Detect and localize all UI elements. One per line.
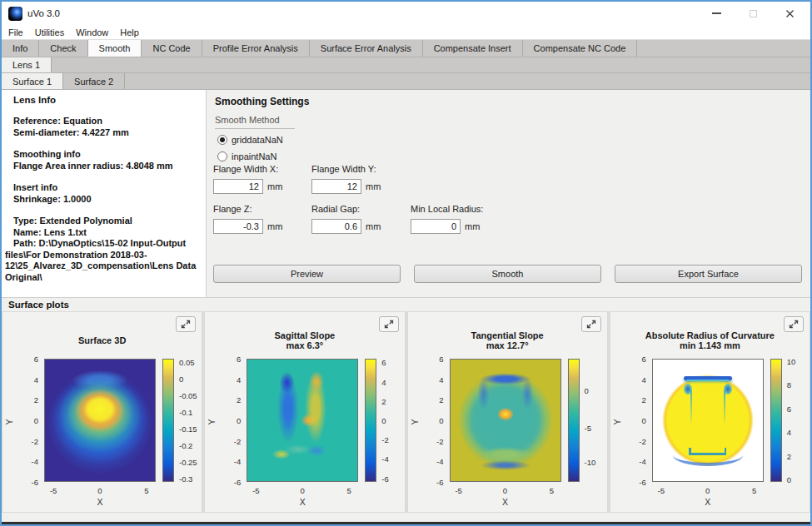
tick-label: 4: [641, 375, 645, 384]
smoothing-settings-panel: Smoothing Settings Smooth Method griddat…: [207, 90, 810, 297]
tab-info[interactable]: Info: [2, 40, 39, 57]
radio-inpaintnan[interactable]: inpaintNaN: [217, 151, 276, 161]
preview-button[interactable]: Preview: [213, 265, 401, 283]
min-local-radius-label: Min Local Radius:: [411, 204, 483, 214]
plot-title-block: Absolute Radius of Curvature min 1.143 m…: [610, 325, 810, 355]
tab-surface-error-analysis[interactable]: Surface Error Analysis: [310, 40, 423, 57]
x-axis-label: X: [44, 497, 156, 507]
x-axis-label: X: [247, 497, 358, 507]
tab-lens-1[interactable]: Lens 1: [2, 57, 52, 72]
smooth-button[interactable]: Smooth: [414, 265, 601, 283]
tick-label: 0: [97, 486, 102, 495]
tick-label: -6: [381, 474, 388, 483]
tick-label: 4: [787, 428, 791, 437]
expand-button[interactable]: [784, 316, 804, 332]
tick-label: -0.3: [179, 474, 192, 483]
expand-icon: [384, 320, 394, 329]
tick-label: 2: [641, 395, 645, 404]
tick-label: 6: [439, 355, 443, 364]
plot-title: Sagittal Slope: [275, 330, 336, 340]
lens-info-line: Type: Extended Polynomial: [5, 216, 201, 227]
radial-gap-input[interactable]: [311, 219, 361, 234]
plot-panel-sagittal-slope: Sagittal Slope max 6.3° Y 6420-2-4-6 -50…: [204, 311, 405, 513]
tab-nc-code[interactable]: NC Code: [142, 40, 202, 57]
plot-subtitle: min 1.143 mm: [680, 340, 740, 350]
tick-label: 8: [787, 380, 791, 390]
tab-compensate-insert[interactable]: Compensate Insert: [423, 40, 523, 57]
expand-button[interactable]: [379, 316, 399, 332]
tick-label: -4: [234, 457, 241, 466]
tick-label: -0.1: [179, 408, 192, 417]
action-buttons: Preview Smooth Export Surface: [213, 265, 802, 283]
lens-info-line: Path: D:\DynaOptics\15-02 Input-Output f…: [5, 238, 201, 283]
curvature-feature: [673, 444, 743, 466]
lens-info-line: Flange Area inner radius: 4.8048 mm: [5, 161, 201, 172]
tick-label: 6: [787, 404, 791, 413]
expand-button[interactable]: [581, 316, 601, 332]
plot-subtitle: max 6.3°: [286, 340, 323, 350]
plot-panel-surface-3d: Surface 3D Y 6420-2-4-6 -505 X 0.050-0.0…: [2, 311, 202, 513]
curvature-feature: [724, 390, 725, 423]
flange-width-x-input[interactable]: [213, 179, 263, 194]
tick-label: 4: [439, 375, 443, 384]
min-local-radius-field: mm: [411, 219, 480, 234]
tab-check[interactable]: Check: [39, 40, 87, 57]
tab-profile-error-analysis[interactable]: Profile Error Analysis: [202, 40, 310, 57]
lens-info-group: Reference: EquationSemi-diameter: 4.4227…: [5, 116, 201, 138]
tick-label: 0: [381, 416, 386, 425]
tick-label: 0: [585, 386, 589, 395]
flange-width-y-label: Flange Width Y:: [311, 164, 376, 174]
flange-z-input[interactable]: [213, 219, 263, 234]
flange-width-y-unit: mm: [366, 181, 381, 191]
minimize-button[interactable]: [709, 7, 724, 20]
menu-file[interactable]: File: [8, 27, 23, 37]
colorbar-ticks: 1086420: [785, 359, 812, 482]
plot-title: Tangential Slope: [471, 330, 544, 340]
smoothing-settings-heading: Smoothing Settings: [215, 96, 309, 107]
plot-area: Y 6420-2-4-6 -505 X 0-5-10: [408, 355, 607, 510]
tick-label: -6: [234, 478, 241, 487]
expand-button[interactable]: [176, 316, 196, 332]
plot-subtitle: max 12.7°: [486, 340, 529, 350]
close-button[interactable]: [782, 7, 797, 20]
tick-label: -5: [585, 423, 591, 432]
lens-info-line: Smoothing info: [5, 149, 201, 161]
y-axis-label: Y: [409, 419, 419, 424]
window-controls: [709, 7, 804, 20]
plot-area: Y 6420-2-4-6 -505 X 1086420: [610, 355, 810, 510]
export-surface-button[interactable]: Export Surface: [615, 265, 802, 283]
radio-griddatanan-label: griddataNaN: [232, 135, 283, 145]
tick-label: -2: [32, 436, 38, 445]
flange-z-unit: mm: [267, 221, 282, 231]
plot-title-block: Tangential Slope max 12.7°: [408, 325, 607, 355]
tick-label: 6: [237, 355, 241, 364]
tab-compensate-nc-code[interactable]: Compensate NC Code: [523, 40, 638, 57]
menu-utilities[interactable]: Utilities: [35, 27, 64, 37]
surface-plots-row: Surface 3D Y 6420-2-4-6 -505 X 0.050-0.0…: [2, 311, 810, 513]
maximize-button[interactable]: [745, 7, 760, 20]
colorbar-ticks: 0.050-0.05-0.1-0.15-0.2-0.25-0.3: [177, 359, 206, 482]
tick-label: -4: [436, 457, 443, 466]
tick-label: -2: [639, 436, 645, 445]
radial-gap-label: Radial Gap:: [311, 204, 360, 214]
flange-z-field: mm: [213, 219, 282, 234]
tick-label: 4: [381, 377, 386, 386]
menu-help[interactable]: Help: [120, 27, 139, 37]
tick-label: 5: [346, 486, 351, 495]
window-bottom-edge: [2, 522, 810, 524]
plot-title: Absolute Radius of Curvature: [645, 330, 775, 340]
flange-width-y-input[interactable]: [311, 179, 361, 194]
colorbar-ticks: 6420-2-4-6: [380, 359, 408, 482]
expand-icon: [586, 320, 596, 329]
min-local-radius-input[interactable]: [411, 219, 461, 234]
tick-label: -0.25: [179, 457, 197, 466]
tick-label: -2: [234, 436, 241, 445]
menu-window[interactable]: Window: [76, 27, 108, 37]
radio-griddatanan[interactable]: griddataNaN: [217, 135, 283, 145]
tab-surface-2[interactable]: Surface 2: [63, 73, 125, 89]
flange-width-x-label: Flange Width X:: [213, 164, 278, 174]
smooth-method-label: Smooth Method: [215, 115, 295, 129]
colorbar-ticks: 0-5-10: [583, 359, 611, 482]
tab-smooth[interactable]: Smooth: [88, 40, 142, 57]
tab-surface-1[interactable]: Surface 1: [2, 73, 63, 89]
